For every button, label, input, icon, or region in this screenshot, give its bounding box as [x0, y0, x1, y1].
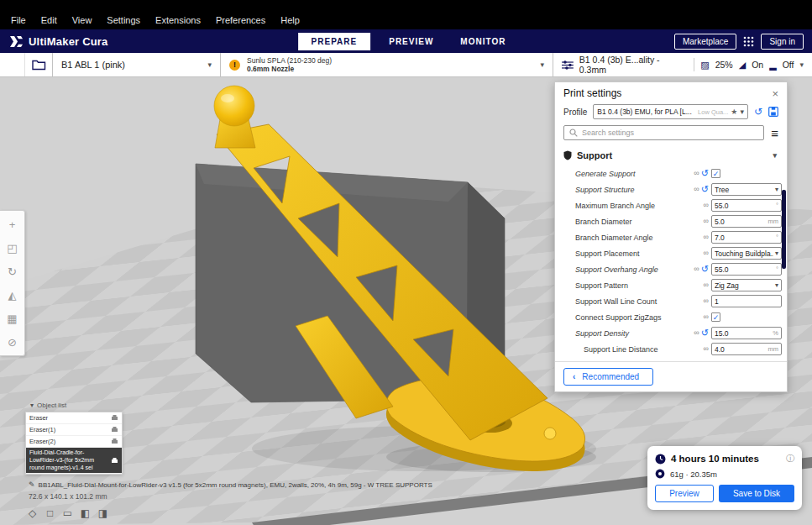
support-placement-select[interactable]: Touching Buildpla...▾: [711, 247, 782, 260]
menu-edit[interactable]: Edit: [34, 13, 65, 27]
tool-panel: + ◰ ↻ ◭ ▦ ⊘: [0, 210, 25, 356]
profile-dropdown[interactable]: B1 0.4 (3b) EMU, for PLA [L... Low Qua..…: [593, 104, 748, 119]
object-list-item[interactable]: Eraser(1): [26, 424, 122, 436]
setting-row-branch-diameter-angle: Branch Diameter Angle ∞ 7.0°: [563, 229, 782, 245]
setting-row-branch-diameter: Branch Diameter ∞ 5.0mm: [563, 213, 782, 229]
view-right-icon[interactable]: ◨: [96, 506, 110, 520]
apps-grid-icon[interactable]: [743, 36, 754, 47]
support-structure-select[interactable]: Tree▾: [711, 183, 782, 196]
app-header: UltiMaker Cura PREPARE PREVIEW MONITOR M…: [0, 29, 812, 53]
chevron-down-icon: ▾: [30, 402, 34, 409]
recommended-button[interactable]: ‹ Recommended: [563, 368, 653, 386]
search-input[interactable]: Search settings: [563, 125, 764, 140]
setting-row-generate-support: Generate Support ∞↺ ✓: [563, 165, 782, 181]
support-density-input[interactable]: 15.0%: [711, 327, 782, 339]
revert-icon[interactable]: ↺: [701, 169, 709, 178]
viewport-3d[interactable]: + ◰ ↻ ◭ ▦ ⊘ Print settings × Profile B1 …: [0, 77, 812, 525]
estimate-time-row: 4 hours 10 minutes ⓘ: [655, 453, 794, 465]
generate-support-checkbox[interactable]: ✓: [711, 169, 720, 178]
maximum-branch-angle-input[interactable]: 55.0°: [711, 199, 782, 212]
support-line-distance-input[interactable]: 4.0mm: [711, 343, 782, 355]
star-icon: ★: [731, 108, 737, 116]
spool-icon: [655, 469, 665, 479]
preview-button[interactable]: Preview: [655, 485, 714, 502]
support-overhang-angle-input[interactable]: 55.0°: [711, 263, 782, 276]
support-pattern-select[interactable]: Zig Zag▾: [711, 279, 782, 291]
chevron-down-icon: ▾: [773, 151, 782, 160]
menu-preferences[interactable]: Preferences: [208, 13, 273, 27]
tab-monitor[interactable]: MONITOR: [447, 33, 519, 50]
search-row: Search settings ≡: [555, 123, 787, 145]
menu-file[interactable]: File: [3, 13, 34, 27]
move-tool-icon[interactable]: +: [0, 213, 24, 236]
selbar-spacer: [0, 53, 25, 76]
link-icon: ∞: [704, 218, 709, 225]
object-list: Eraser Eraser(1) Eraser(2) Fluid-Dial-Cr…: [25, 412, 123, 475]
menu-extensions[interactable]: Extensions: [148, 13, 208, 27]
mirror-tool-icon[interactable]: ◭: [0, 283, 24, 307]
section-support[interactable]: Support ▾: [563, 145, 782, 165]
open-file-button[interactable]: [25, 53, 53, 76]
support-blocker-icon[interactable]: ⊘: [0, 330, 24, 354]
info-icon[interactable]: ⓘ: [786, 453, 794, 465]
sliders-icon: [562, 60, 574, 70]
connect-support-zigzags-checkbox[interactable]: ✓: [711, 312, 720, 322]
profile-revert-icon[interactable]: ↺: [754, 107, 762, 117]
menu-settings[interactable]: Settings: [99, 13, 148, 27]
revert-icon[interactable]: ↺: [701, 185, 709, 194]
stage-tabs: PREPARE PREVIEW MONITOR: [293, 29, 520, 53]
adhesion-value: Off: [783, 60, 794, 70]
save-profile-icon[interactable]: [768, 107, 778, 117]
print-settings-summary[interactable]: B1 0.4 (3b) E...ality - 0.3mm ▨ 25% ◢ On…: [553, 53, 812, 76]
revert-icon[interactable]: ↺: [701, 265, 709, 274]
view-3d-icon[interactable]: ◇: [25, 506, 39, 520]
object-list-title: Object list: [37, 402, 66, 409]
setting-row-support-overhang-angle: Support Overhang Angle ∞↺ 55.0°: [563, 261, 782, 277]
save-to-disk-button[interactable]: Save to Disk: [719, 485, 794, 502]
settings-menu-icon[interactable]: ≡: [771, 127, 778, 139]
tab-prepare[interactable]: PREPARE: [298, 33, 371, 50]
printer-selector[interactable]: B1 ABL 1 (pink) ▾: [53, 53, 221, 76]
view-front-icon[interactable]: □: [43, 506, 57, 520]
per-model-settings-icon[interactable]: ▦: [0, 307, 24, 330]
rotate-tool-icon[interactable]: ↻: [0, 260, 24, 283]
link-icon: ∞: [704, 345, 709, 353]
close-icon[interactable]: ×: [772, 88, 778, 99]
support-icon: ◢: [739, 60, 746, 71]
material-name: Sunlu SPLA (210-230 deg): [247, 56, 332, 65]
print-settings-panel: Print settings × Profile B1 0.4 (3b) EMU…: [554, 81, 788, 392]
pencil-icon[interactable]: ✎: [29, 480, 35, 489]
material-selector[interactable]: ! Sunlu SPLA (210-230 deg) 0.6mm Nozzle …: [221, 53, 553, 76]
support-section-icon: [563, 150, 572, 160]
menu-help[interactable]: Help: [273, 13, 307, 27]
tab-preview[interactable]: PREVIEW: [375, 33, 447, 50]
branch-diameter-angle-input[interactable]: 7.0°: [711, 231, 782, 244]
object-list-toggle[interactable]: ▾ Object list: [30, 402, 66, 409]
section-title: Support: [577, 150, 612, 160]
object-list-item-selected[interactable]: Fluid-Dial-Cradle-for-LowRider-v3-(for 5…: [26, 448, 122, 474]
setting-row-support-density: Support Density ∞↺ 15.0%: [563, 325, 782, 341]
link-icon: ∞: [704, 297, 709, 305]
search-placeholder: Search settings: [582, 129, 634, 137]
object-list-item[interactable]: Eraser(2): [26, 436, 122, 448]
panel-footer: ‹ Recommended: [555, 361, 787, 391]
nozzle-size: 0.6mm Nozzle: [247, 65, 332, 73]
menu-bar: File Edit View Settings Extensions Prefe…: [0, 0, 812, 29]
support-wall-line-count-input[interactable]: 1: [711, 295, 782, 307]
branch-diameter-input[interactable]: 5.0mm: [711, 215, 782, 228]
camera-view-buttons: ◇ □ ▭ ◧ ◨: [25, 506, 110, 520]
object-list-item[interactable]: Eraser: [26, 412, 122, 424]
marketplace-button[interactable]: Marketplace: [674, 34, 736, 50]
printer-icon: [111, 414, 118, 422]
support-value: On: [752, 60, 763, 70]
sign-in-button[interactable]: Sign in: [761, 34, 804, 50]
revert-icon[interactable]: ↺: [701, 328, 709, 338]
view-left-icon[interactable]: ◧: [78, 506, 92, 520]
scale-tool-icon[interactable]: ◰: [0, 236, 24, 260]
settings-scrollbar[interactable]: [782, 190, 786, 269]
setting-row-support-structure: Support Structure ∞↺ Tree▾: [563, 181, 782, 197]
link-icon: ∞: [694, 186, 699, 193]
menu-view[interactable]: View: [65, 13, 100, 27]
header-right: Marketplace Sign in: [674, 34, 804, 50]
view-top-icon[interactable]: ▭: [60, 506, 75, 520]
